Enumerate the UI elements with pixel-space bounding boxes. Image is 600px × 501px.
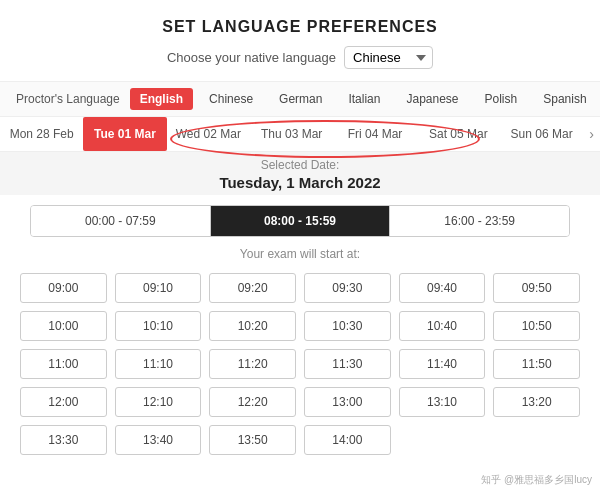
time-cell[interactable]: 09:30 — [304, 273, 391, 303]
date-tabs-wrapper: Mon 28 Feb Tue 01 Mar Wed 02 Mar Thu 03 … — [0, 117, 600, 152]
date-tab-thu03mar[interactable]: Thu 03 Mar — [250, 117, 333, 151]
date-tab-sat05mar[interactable]: Sat 05 Mar — [417, 117, 500, 151]
time-slot-tabs: 00:00 - 07:59 08:00 - 15:59 16:00 - 23:5… — [30, 205, 570, 237]
time-cell[interactable]: 11:00 — [20, 349, 107, 379]
time-cell[interactable]: 09:00 — [20, 273, 107, 303]
lang-tab-german[interactable]: German — [269, 88, 332, 110]
date-tabs: Mon 28 Feb Tue 01 Mar Wed 02 Mar Thu 03 … — [0, 117, 583, 151]
date-tab-tue01mar[interactable]: Tue 01 Mar — [83, 117, 166, 151]
time-cell[interactable]: 09:20 — [209, 273, 296, 303]
time-cell[interactable]: 11:10 — [115, 349, 202, 379]
time-cell[interactable]: 09:40 — [399, 273, 486, 303]
time-cell[interactable]: 12:00 — [20, 387, 107, 417]
time-cell[interactable]: 10:30 — [304, 311, 391, 341]
watermark: 知乎 @雅思福多乡国lucy — [0, 471, 600, 491]
lang-tab-polish[interactable]: Polish — [475, 88, 528, 110]
selected-date-value: Tuesday, 1 March 2022 — [0, 174, 600, 191]
time-grid: 09:00 09:10 09:20 09:30 09:40 09:50 10:0… — [0, 267, 600, 471]
lang-tab-spanish[interactable]: Spanish — [533, 88, 596, 110]
time-slot-tab-3[interactable]: 16:00 - 23:59 — [390, 206, 569, 236]
time-cell[interactable]: 10:00 — [20, 311, 107, 341]
lang-tab-italian[interactable]: Italian — [338, 88, 390, 110]
time-cell[interactable]: 10:20 — [209, 311, 296, 341]
lang-tab-chinese[interactable]: Chinese — [199, 88, 263, 110]
lang-tab-english[interactable]: English — [130, 88, 193, 110]
time-cell[interactable]: 10:10 — [115, 311, 202, 341]
native-language-row: Choose your native language Chinese Engl… — [0, 46, 600, 69]
time-cell[interactable]: 13:00 — [304, 387, 391, 417]
time-slot-tab-1[interactable]: 00:00 - 07:59 — [31, 206, 211, 236]
time-cell[interactable]: 14:00 — [304, 425, 391, 455]
time-cell[interactable]: 10:40 — [399, 311, 486, 341]
date-tab-fri04mar[interactable]: Fri 04 Mar — [333, 117, 416, 151]
date-tab-sun06mar[interactable]: Sun 06 Mar — [500, 117, 583, 151]
exam-start-label: Your exam will start at: — [0, 247, 600, 261]
date-tab-mon28feb[interactable]: Mon 28 Feb — [0, 117, 83, 151]
time-cell[interactable]: 10:50 — [493, 311, 580, 341]
time-cell[interactable]: 11:50 — [493, 349, 580, 379]
lang-tab-japanese[interactable]: Japanese — [396, 88, 468, 110]
proctor-language-row: Proctor's Language English Chinese Germa… — [0, 81, 600, 117]
page-title: SET LANGUAGE PREFERENCES — [0, 0, 600, 46]
time-cell[interactable]: 12:10 — [115, 387, 202, 417]
time-cell[interactable]: 12:20 — [209, 387, 296, 417]
selected-date-bar: Selected Date: Tuesday, 1 March 2022 — [0, 152, 600, 195]
time-cell[interactable]: 11:30 — [304, 349, 391, 379]
time-cell[interactable]: 13:20 — [493, 387, 580, 417]
time-cell[interactable]: 11:40 — [399, 349, 486, 379]
time-cell[interactable]: 13:50 — [209, 425, 296, 455]
date-next-button[interactable]: › — [583, 118, 600, 150]
proctor-language-label: Proctor's Language — [16, 92, 120, 106]
date-tab-wed02mar[interactable]: Wed 02 Mar — [167, 117, 250, 151]
selected-date-prefix: Selected Date: — [261, 158, 340, 172]
time-cell[interactable]: 09:50 — [493, 273, 580, 303]
time-cell[interactable]: 13:40 — [115, 425, 202, 455]
native-language-label: Choose your native language — [167, 50, 336, 65]
time-cell[interactable]: 09:10 — [115, 273, 202, 303]
time-slot-tab-2[interactable]: 08:00 - 15:59 — [211, 206, 391, 236]
time-cell[interactable]: 13:10 — [399, 387, 486, 417]
time-cell[interactable]: 13:30 — [20, 425, 107, 455]
native-language-select[interactable]: Chinese English German Italian Japanese … — [344, 46, 433, 69]
time-cell[interactable]: 11:20 — [209, 349, 296, 379]
